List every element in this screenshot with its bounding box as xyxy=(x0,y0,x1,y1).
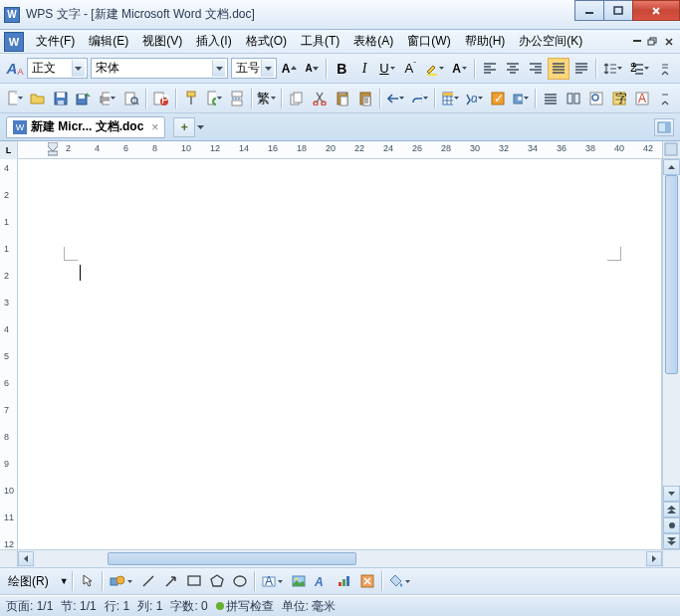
menu-format[interactable]: 格式(O) xyxy=(242,31,291,52)
font-color-button[interactable]: A xyxy=(449,58,471,80)
italic-button[interactable]: I xyxy=(353,58,375,80)
browse-object-button[interactable] xyxy=(663,517,680,533)
copy-button[interactable] xyxy=(286,88,308,109)
paste-special-button[interactable] xyxy=(354,88,376,109)
status-chars[interactable]: 字数: 0 xyxy=(170,598,207,615)
insert-table-button[interactable] xyxy=(439,88,461,109)
menu-insert[interactable]: 插入(I) xyxy=(192,31,235,52)
style-set-button[interactable]: AA xyxy=(4,58,26,80)
toolbar-overflow-button[interactable] xyxy=(654,58,676,80)
status-spellcheck[interactable]: 拼写检查 xyxy=(216,598,274,615)
arrow-button[interactable] xyxy=(160,570,182,592)
symbol-button[interactable]: ✓ xyxy=(487,88,509,109)
scroll-down-button[interactable] xyxy=(663,486,680,502)
wordart-button[interactable]: A xyxy=(311,570,333,592)
document-tab[interactable]: W 新建 Micr... 文档.doc × xyxy=(6,116,165,138)
status-page[interactable]: 页面: 1/1 xyxy=(6,598,53,615)
style-button[interactable]: A xyxy=(631,88,653,109)
font-combo[interactable]: 宋体 xyxy=(91,58,229,79)
vscroll-thumb[interactable] xyxy=(665,175,678,374)
horizontal-scrollbar[interactable] xyxy=(18,550,662,567)
font-grow-icon[interactable]: Aˇ xyxy=(399,58,421,80)
gallery-button[interactable] xyxy=(356,570,378,592)
textbox-button[interactable]: A xyxy=(259,570,287,592)
toolbar-overflow-button-2[interactable] xyxy=(654,88,676,109)
char-border-button[interactable]: 字 xyxy=(608,88,630,109)
chart-button[interactable] xyxy=(334,570,355,592)
equation-button[interactable]: α xyxy=(463,88,486,109)
insert-object-button[interactable] xyxy=(203,88,225,109)
new-button[interactable] xyxy=(4,88,26,109)
autoshapes-button[interactable] xyxy=(107,570,136,592)
page[interactable] xyxy=(46,159,651,549)
open-button[interactable] xyxy=(27,88,49,109)
maximize-button[interactable] xyxy=(603,0,633,21)
cut-button[interactable] xyxy=(309,88,331,109)
line-button[interactable] xyxy=(137,570,159,592)
ruler-corner[interactable]: L xyxy=(0,141,18,159)
draw-menu[interactable]: 绘图(R) xyxy=(4,571,53,592)
mdi-restore-button[interactable] xyxy=(646,35,660,49)
horizontal-ruler[interactable]: 24681012141618202224262830323436384042 xyxy=(18,141,662,158)
panel-toggle-button[interactable] xyxy=(654,118,674,136)
menu-file[interactable]: 文件(F) xyxy=(32,31,79,52)
align-right-button[interactable] xyxy=(525,58,547,80)
insert-image-button[interactable] xyxy=(288,570,310,592)
menu-window[interactable]: 窗口(W) xyxy=(403,31,454,52)
style-combo[interactable]: 正文 xyxy=(27,58,88,79)
tab-close-button[interactable]: × xyxy=(151,120,158,134)
indent-marker-icon[interactable] xyxy=(48,142,58,156)
close-button[interactable] xyxy=(632,0,680,21)
vertical-ruler[interactable]: 421123456789101112 xyxy=(0,159,18,549)
menu-edit[interactable]: 编辑(E) xyxy=(85,31,132,52)
highlight-button[interactable] xyxy=(422,58,448,80)
minimize-button[interactable] xyxy=(574,0,604,21)
paragraph-button[interactable] xyxy=(540,88,562,109)
fill-color-button[interactable] xyxy=(386,570,414,592)
paste-button[interactable] xyxy=(332,88,353,109)
rectangle-button[interactable] xyxy=(183,570,205,592)
status-unit[interactable]: 单位: 毫米 xyxy=(282,598,337,615)
underline-button[interactable]: U xyxy=(376,58,398,80)
select-object-button[interactable] xyxy=(77,570,99,592)
page-break-button[interactable] xyxy=(226,88,248,109)
save-as-button[interactable] xyxy=(73,88,95,109)
redo-button[interactable] xyxy=(408,88,431,109)
align-distribute-button[interactable] xyxy=(570,58,592,80)
columns-button[interactable] xyxy=(563,88,584,109)
convert-pdf-button[interactable]: P xyxy=(150,88,172,109)
scroll-up-button[interactable] xyxy=(663,159,680,175)
screenshot-button[interactable] xyxy=(510,88,532,109)
scroll-left-button[interactable] xyxy=(18,551,34,566)
menu-help[interactable]: 帮助(H) xyxy=(461,31,510,52)
menu-tools[interactable]: 工具(T) xyxy=(297,31,343,52)
document-area[interactable] xyxy=(18,159,662,549)
menu-office[interactable]: 办公空间(K) xyxy=(515,31,586,52)
add-tab-button[interactable]: + xyxy=(173,117,195,137)
menu-table[interactable]: 表格(A) xyxy=(349,31,397,52)
find-button[interactable] xyxy=(585,88,607,109)
save-button[interactable] xyxy=(50,88,72,109)
scroll-right-button[interactable] xyxy=(646,551,662,566)
mdi-minimize-button[interactable] xyxy=(630,35,644,49)
align-justify-button[interactable] xyxy=(548,58,569,80)
align-center-button[interactable] xyxy=(502,58,524,80)
print-preview-button[interactable] xyxy=(120,88,142,109)
hscroll-thumb[interactable] xyxy=(108,552,356,565)
format-painter-button[interactable] xyxy=(180,88,202,109)
mdi-close-button[interactable] xyxy=(662,35,676,49)
line-spacing-button[interactable] xyxy=(600,58,626,80)
tab-dropdown[interactable] xyxy=(197,125,204,129)
vertical-scrollbar[interactable] xyxy=(662,159,680,549)
prev-page-button[interactable] xyxy=(663,502,680,517)
app-menu-icon[interactable]: W xyxy=(4,32,24,52)
menu-view[interactable]: 视图(V) xyxy=(138,31,186,52)
undo-button[interactable] xyxy=(384,88,407,109)
next-page-button[interactable] xyxy=(663,533,680,549)
bold-button[interactable]: B xyxy=(331,58,352,80)
numbered-list-button[interactable]: 12 xyxy=(627,58,653,80)
size-combo[interactable]: 五号 xyxy=(231,58,277,79)
ellipse-button[interactable] xyxy=(229,570,251,592)
align-left-button[interactable] xyxy=(479,58,501,80)
polygon-button[interactable] xyxy=(206,570,228,592)
